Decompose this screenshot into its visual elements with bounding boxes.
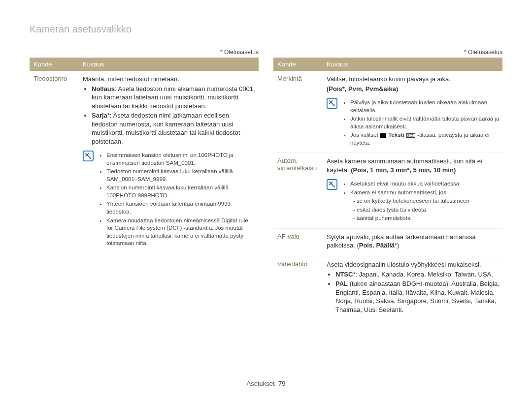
desc-merkinta: Valitse, tulostetaanko kuviin päiväys ja… xyxy=(323,71,502,153)
label-tiedostonro: Tiedostonro xyxy=(30,71,79,253)
videolahto-pal: PAL (tukee ainoastaan BDGHI-muotoa): Aus… xyxy=(335,279,499,314)
tiedostonro-sarja: Sarja*: Aseta tiedoston nimi jatkamaan e… xyxy=(92,111,256,146)
desc-videolahto: Aseta videosignaalin ulostulo vyöhykkees… xyxy=(323,256,502,320)
row-videolahto: Videolähtö Aseta videosignaalin ulostulo… xyxy=(273,256,502,320)
note-content-autom: Asetukset eivät muutu akkua vaihdettaess… xyxy=(342,179,499,223)
autom-note-b2: esität diaesitystä tai videota xyxy=(353,206,499,214)
col-header-kohde-r: Kohde xyxy=(273,58,323,71)
videolahto-ntsc: NTSC*: Japani, Kanada, Korea, Meksiko, T… xyxy=(335,270,499,279)
afvalo-pre: Sytytä apuvalo, joka auttaa tarkentamaan… xyxy=(327,233,476,249)
label-merkinta: Merkintä xyxy=(273,71,323,153)
settings-table-right: Kohde Kuvaus Merkintä Valitse, tulosteta… xyxy=(273,58,502,320)
label-autom: Autom. virrankatkaisu xyxy=(273,153,323,229)
default-setting-note-right: * Oletusasetus xyxy=(273,49,502,56)
row-afvalo: AF-valo Sytytä apuvalo, joka auttaa tark… xyxy=(273,228,502,256)
ntsc-label: NTSC xyxy=(335,271,353,278)
autom-intro: Aseta kamera sammumaan automaattisesti, … xyxy=(327,157,499,174)
default-setting-note-left: * Oletusasetus xyxy=(30,49,259,56)
page-title: Kameran asetusvalikko xyxy=(30,24,502,35)
note-block-merkinta: Päiväys ja aika tulostetaan kuvien oikea… xyxy=(327,98,499,148)
row-tiedostonro: Tiedostonro Määritä, miten tiedostot nim… xyxy=(30,71,259,253)
note-e: Kamera noudattaa tiedostojen nimeämisess… xyxy=(106,217,256,247)
videolahto-intro: Aseta videosignaalin ulostulo vyöhykkees… xyxy=(327,260,499,269)
two-column-layout: * Oletusasetus Kohde Kuvaus Tiedostonro … xyxy=(30,49,502,320)
merkinta-note-a: Päiväys ja aika tulostetaan kuvien oikea… xyxy=(350,99,499,114)
col-header-kuvaus-r: Kuvaus xyxy=(323,58,502,71)
autom-options: (Pois, 1 min, 3 min*, 5 min, 10 min) xyxy=(351,166,456,174)
ntsc-text: *: Japani, Kanada, Korea, Meksiko, Taiwa… xyxy=(353,271,493,278)
text-mode-icon xyxy=(380,133,386,138)
note-block-autom: Asetukset eivät muutu akkua vaihdettaess… xyxy=(327,179,499,223)
col-header-kohde: Kohde xyxy=(30,58,79,71)
autom-note-b: Kamera ei sammu automaattisesti, jos se … xyxy=(350,189,499,222)
tiedostonro-nollaus: Nollaus: Aseta tiedoston nimi alkamaan n… xyxy=(92,85,256,111)
autom-note-a: Asetukset eivät muutu akkua vaihdettaess… xyxy=(350,180,499,188)
merkinta-note-b: Jotkin tulostinmallit eivät välttämättä … xyxy=(350,115,499,130)
note-d: Yhteen kansioon voidaan tallentaa enintä… xyxy=(106,200,256,216)
merkinta-note-c-bold: Teksti xyxy=(388,132,404,138)
label-afvalo: AF-valo xyxy=(273,228,323,256)
afvalo-pois: Pois xyxy=(359,242,372,249)
pal-paren: (tukee ainoastaan BDGHI-muotoa): xyxy=(348,280,451,287)
note-icon xyxy=(83,151,94,161)
note-icon xyxy=(327,98,337,109)
note-content-merkinta: Päiväys ja aika tulostetaan kuvien oikea… xyxy=(342,98,499,148)
page-footer: Asetukset 79 xyxy=(0,380,532,387)
note-content-tiedostonro: Ensimmäisen kansion oletusnimi on 100PHO… xyxy=(99,151,256,248)
note-block-tiedostonro: Ensimmäisen kansion oletusnimi on 100PHO… xyxy=(83,151,256,248)
afvalo-post: *) xyxy=(395,242,399,249)
row-autom: Autom. virrankatkaisu Aseta kamera sammu… xyxy=(273,153,502,229)
merkinta-note-c: Jos valitset Teksti SCN -tilassa, päiväy… xyxy=(350,131,499,147)
manual-page: Kameran asetusvalikko * Oletusasetus Koh… xyxy=(0,0,532,401)
merkinta-options: (Pois*, Pvm, Pvm&aika) xyxy=(327,85,499,93)
desc-autom: Aseta kamera sammumaan automaattisesti, … xyxy=(323,153,502,229)
col-header-kuvaus: Kuvaus xyxy=(79,58,259,71)
autom-note-b-text: Kamera ei sammu automaattisesti, jos xyxy=(350,189,446,195)
settings-table-left: Kohde Kuvaus Tiedostonro Määritä, miten … xyxy=(30,58,259,253)
sarja-text: *: Aseta tiedoston nimi jatkamaan edelli… xyxy=(92,112,240,145)
pal-label: PAL xyxy=(335,280,348,287)
merkinta-note-c-pre: Jos valitset xyxy=(350,132,380,138)
nollaus-label: Nollaus xyxy=(92,85,115,93)
autom-note-b3: äänität puhemuistiota xyxy=(353,215,499,222)
tiedostonro-intro: Määritä, miten tiedostot nimetään. xyxy=(83,75,256,84)
afvalo-text: Sytytä apuvalo, joka auttaa tarkentamaan… xyxy=(327,233,499,250)
merkinta-intro: Valitse, tulostetaanko kuviin päiväys ja… xyxy=(327,75,499,84)
footer-section: Asetukset xyxy=(247,380,275,387)
note-a: Ensimmäisen kansion oletusnimi on 100PHO… xyxy=(106,152,256,167)
note-b: Tiedoston numerointi kasvaa luku kerrall… xyxy=(106,168,256,183)
footer-page-number: 79 xyxy=(278,380,285,387)
row-merkinta: Merkintä Valitse, tulostetaanko kuviin p… xyxy=(273,71,502,153)
right-column: * Oletusasetus Kohde Kuvaus Merkintä Val… xyxy=(273,49,502,320)
label-videolahto: Videolähtö xyxy=(273,256,323,320)
note-icon xyxy=(327,179,337,190)
autom-note-b1: se on kytketty tietokoneeseen tai tulost… xyxy=(353,197,499,205)
note-c: Kansion numerointi kasvaa luku kerrallaa… xyxy=(106,184,256,199)
afvalo-paalla: Päällä xyxy=(376,242,395,249)
left-column: * Oletusasetus Kohde Kuvaus Tiedostonro … xyxy=(30,49,259,320)
desc-afvalo: Sytytä apuvalo, joka auttaa tarkentamaan… xyxy=(323,228,502,256)
sarja-label: Sarja xyxy=(92,112,107,119)
desc-tiedostonro: Määritä, miten tiedostot nimetään. Nolla… xyxy=(79,71,259,253)
nollaus-text: : Aseta tiedoston nimi alkamaan numerost… xyxy=(92,85,255,110)
scn-mode-icon: SCN xyxy=(406,133,415,138)
